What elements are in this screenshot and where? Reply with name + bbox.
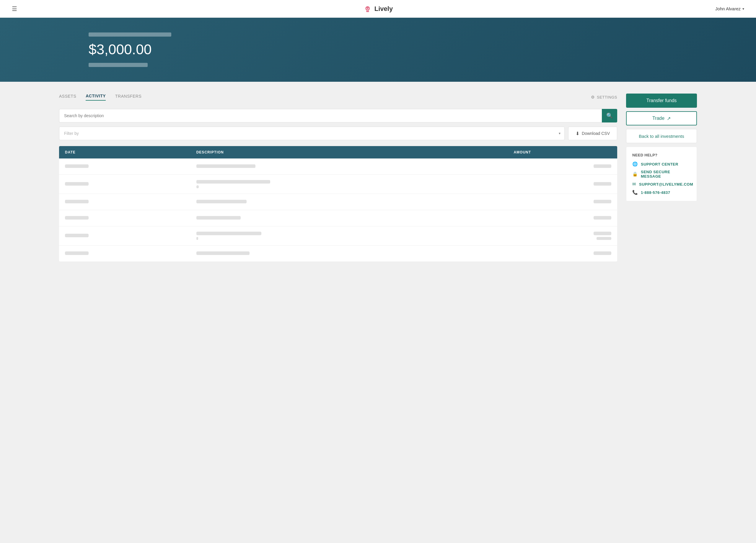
skeleton-desc (196, 232, 261, 235)
user-chevron-icon: ▾ (742, 7, 744, 11)
help-item-message[interactable]: 🔒 SEND SECURE MESSAGE (632, 170, 691, 179)
search-input-wrap (59, 109, 602, 123)
secure-message-icon: 🔒 (632, 172, 638, 177)
table-row (59, 159, 617, 175)
email-label: SUPPORT@LIVELYME.COM (639, 182, 693, 187)
tab-transfers[interactable]: TRANSFERS (115, 94, 141, 100)
help-box: NEED HELP? 🌐 SUPPORT CENTER 🔒 SEND SECUR… (626, 147, 697, 201)
user-name: John Alvarez (715, 6, 741, 11)
trade-label: Trade (652, 116, 664, 121)
filter-row: Filter by ▾ ⬇ Download CSV (59, 127, 617, 140)
skeleton-amount (594, 232, 611, 235)
amount-cell (514, 232, 611, 240)
download-csv-button[interactable]: ⬇ Download CSV (568, 127, 617, 140)
filter-select-wrap: Filter by ▾ (59, 127, 565, 140)
help-title: NEED HELP? (632, 153, 691, 157)
phone-icon: 📞 (632, 190, 638, 195)
skeleton-date (65, 234, 89, 237)
logo-text: Lively (374, 5, 393, 13)
user-menu[interactable]: John Alvarez ▾ (715, 6, 744, 11)
transfer-funds-button[interactable]: Transfer funds (626, 94, 697, 108)
skeleton-dot (196, 185, 199, 188)
navbar: ☰ Lively John Alvarez ▾ (0, 0, 756, 18)
skeleton-date (65, 216, 89, 220)
desc-sub (196, 237, 502, 240)
table-row (59, 175, 617, 194)
skeleton-date (65, 200, 89, 203)
table-row (59, 226, 617, 246)
col-description: DESCRIPTION (190, 146, 508, 159)
skeleton-amount (594, 252, 611, 255)
svg-point-0 (366, 8, 367, 9)
help-item-support[interactable]: 🌐 SUPPORT CENTER (632, 162, 691, 167)
external-link-icon: ↗ (667, 116, 671, 121)
skeleton-amount (594, 164, 611, 168)
skeleton-dot (196, 237, 198, 240)
table-header: DATE DESCRIPTION AMOUNT (59, 146, 617, 159)
left-panel: ASSETS ACTIVITY TRANSFERS ⚙ SETTINGS 🔍 F… (59, 94, 617, 262)
email-icon: ✉ (632, 182, 636, 187)
hero-amount: $3,000.00 (89, 41, 667, 58)
search-input[interactable] (59, 109, 602, 123)
activity-table: DATE DESCRIPTION AMOUNT (59, 146, 617, 262)
skeleton-date (65, 182, 89, 186)
hero-section: $3,000.00 (0, 18, 756, 82)
skeleton-date (65, 164, 89, 168)
skeleton-amount (594, 182, 611, 186)
support-center-icon: 🌐 (632, 162, 638, 167)
download-label: Download CSV (582, 131, 610, 136)
skeleton-desc (196, 252, 250, 255)
desc-cell (196, 232, 502, 240)
download-icon: ⬇ (576, 131, 579, 136)
phone-label: 1-888-576-4837 (641, 190, 670, 195)
table-row (59, 194, 617, 210)
tab-activity[interactable]: ACTIVITY (86, 94, 106, 101)
filter-select[interactable]: Filter by (59, 127, 565, 140)
search-button[interactable]: 🔍 (602, 109, 617, 123)
skeleton-amount (594, 200, 611, 203)
tab-bar: ASSETS ACTIVITY TRANSFERS ⚙ SETTINGS (59, 94, 617, 101)
logo: Lively (363, 4, 393, 13)
skeleton-amount (594, 216, 611, 220)
search-icon: 🔍 (606, 113, 613, 119)
table-row (59, 210, 617, 226)
settings-label: SETTINGS (597, 95, 617, 100)
logo-icon (363, 4, 372, 13)
skeleton-desc (196, 164, 255, 168)
help-item-phone[interactable]: 📞 1-888-576-4837 (632, 190, 691, 195)
desc-sub (196, 185, 502, 188)
skeleton-desc (196, 200, 247, 203)
trade-button[interactable]: Trade ↗ (626, 111, 697, 125)
right-panel: Transfer funds Trade ↗ Back to all inves… (626, 94, 697, 201)
skeleton-desc (196, 180, 270, 184)
hero-bar-short (89, 63, 148, 67)
search-row: 🔍 (59, 109, 617, 123)
help-item-email[interactable]: ✉ SUPPORT@LIVELYME.COM (632, 182, 691, 187)
col-amount: AMOUNT (508, 146, 617, 159)
table-row (59, 246, 617, 262)
gear-icon: ⚙ (591, 95, 595, 100)
hamburger-icon[interactable]: ☰ (12, 5, 17, 12)
skeleton-amount-sub (597, 237, 611, 240)
svg-point-1 (368, 8, 369, 9)
tab-assets[interactable]: ASSETS (59, 94, 76, 100)
support-center-label: SUPPORT CENTER (641, 162, 678, 167)
settings-button[interactable]: ⚙ SETTINGS (591, 95, 617, 100)
back-to-investments-button[interactable]: Back to all investments (626, 129, 697, 143)
hero-bar-long (89, 32, 171, 37)
skeleton-date (65, 252, 89, 255)
col-date: DATE (59, 146, 190, 159)
desc-cell (196, 180, 502, 188)
main-content: ASSETS ACTIVITY TRANSFERS ⚙ SETTINGS 🔍 F… (0, 82, 756, 273)
skeleton-desc (196, 216, 241, 220)
secure-message-label: SEND SECURE MESSAGE (641, 170, 691, 179)
